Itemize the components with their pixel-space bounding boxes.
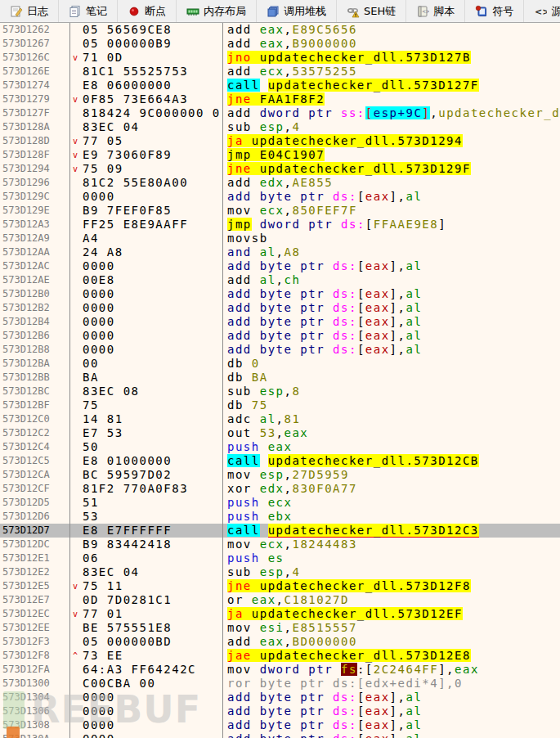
table-row[interactable]: 573D1274E8 06000000call updatechecker_dl… bbox=[0, 79, 560, 92]
table-row[interactable]: 573D12C014 81adc al,81 bbox=[0, 412, 560, 426]
address-cell: 573D12B8 bbox=[0, 343, 70, 357]
table-row[interactable]: 573D130A0000add byte ptr ds:[eax],al bbox=[0, 732, 560, 738]
table-row[interactable]: 573D12F8^73 EEjae updatechecker_dll.573D… bbox=[0, 649, 560, 663]
table-row[interactable]: 573D13040000add byte ptr ds:[eax],al bbox=[0, 691, 560, 704]
bytes-cell: 81C1 55525753 bbox=[70, 65, 223, 79]
table-row[interactable]: 573D12A3FF25 E8E9AAFFjmp dword ptr ds:[F… bbox=[0, 218, 560, 232]
table-row[interactable]: 573D12E5v75 11jne updatechecker_dll.573D… bbox=[0, 579, 560, 593]
bytes-cell: E8 01000000 bbox=[70, 454, 223, 468]
tab-call-stack[interactable]: 调用堆栈 bbox=[257, 0, 337, 22]
bytes-cell: 05 000000B9 bbox=[70, 37, 223, 51]
table-row[interactable]: 573D12C2E7 53out 53,eax bbox=[0, 426, 560, 440]
table-row[interactable]: 573D126205 56569CE8add eax,E89C5656 bbox=[0, 23, 560, 37]
address-cell: 573D12B0 bbox=[0, 287, 70, 301]
table-row[interactable]: 573D12BBBAdb BA bbox=[0, 371, 560, 385]
table-row[interactable]: 573D12E283EC 04sub esp,4 bbox=[0, 565, 560, 579]
address-cell: 573D1296 bbox=[0, 176, 70, 190]
address-cell: 573D12E1 bbox=[0, 551, 70, 565]
tab-seh-chain[interactable]: SEH链 bbox=[337, 0, 406, 22]
table-row[interactable]: 573D12B00000add byte ptr ds:[eax],al bbox=[0, 287, 560, 301]
table-row[interactable]: 573D12FA64:A3 FF64242Cmov dword ptr fs:[… bbox=[0, 663, 560, 677]
table-row[interactable]: 573D12E106push es bbox=[0, 551, 560, 565]
address-cell: 573D12C5 bbox=[0, 454, 70, 468]
tab-label: 源代码 bbox=[551, 4, 560, 19]
log-icon bbox=[10, 5, 23, 18]
table-row[interactable]: 573D12B60000add byte ptr ds:[eax],al bbox=[0, 329, 560, 343]
tab-label: 日志 bbox=[27, 4, 48, 19]
table-row[interactable]: 573D13060000add byte ptr ds:[eax],al bbox=[0, 704, 560, 718]
table-row[interactable]: 573D126Cv71 0Djno updatechecker_dll.573D… bbox=[0, 51, 560, 65]
table-row[interactable]: 573D128Dv77 05ja updatechecker_dll.573D1… bbox=[0, 134, 560, 148]
bytes-cell: 0000 bbox=[70, 315, 223, 329]
disassembly-cell: call updatechecker_dll.573D127F bbox=[223, 79, 560, 92]
tab-breakpoints[interactable]: 断点 bbox=[118, 0, 177, 22]
tab-label: 内存布局 bbox=[204, 4, 246, 19]
table-row[interactable]: 573D12EEBE 575551E8mov esi,E8515557 bbox=[0, 621, 560, 635]
table-row[interactable]: 573D128A83EC 04sub esp,4 bbox=[0, 120, 560, 134]
table-row[interactable]: 573D12BC83EC 08sub esp,8 bbox=[0, 385, 560, 398]
table-row[interactable]: 573D129681C2 55E80A00add edx,AE855 bbox=[0, 176, 560, 190]
table-row[interactable]: 573D12B40000add byte ptr ds:[eax],al bbox=[0, 315, 560, 329]
address-cell: 573D12C4 bbox=[0, 440, 70, 454]
tab-memory-map[interactable]: 内存布局 bbox=[177, 0, 257, 22]
table-row[interactable]: 573D12B20000add byte ptr ds:[eax],al bbox=[0, 301, 560, 315]
table-row[interactable]: 573D12C450push eax bbox=[0, 440, 560, 454]
address-cell: 573D1294 bbox=[0, 162, 70, 176]
table-row[interactable]: 573D12CF81F2 770A0F83xor edx,830F0A77 bbox=[0, 482, 560, 496]
address-cell: 573D129C bbox=[0, 190, 70, 204]
table-row[interactable]: 573D129C0000add byte ptr ds:[eax],al bbox=[0, 190, 560, 204]
table-row[interactable]: 573D12AA24 A8and al,A8 bbox=[0, 245, 560, 259]
address-cell: 573D12CF bbox=[0, 482, 70, 496]
address-cell: 573D12B2 bbox=[0, 301, 70, 315]
table-row[interactable]: 573D127F818424 9C000000 0add dword ptr s… bbox=[0, 106, 560, 120]
address-cell: 573D12D6 bbox=[0, 510, 70, 524]
tab-source[interactable]: <>源代码 bbox=[524, 0, 560, 22]
bytes-cell: B9 7FEF0F85 bbox=[70, 204, 223, 218]
table-row[interactable]: 573D12CABC 59597D02mov esp,27D5959 bbox=[0, 468, 560, 482]
table-row[interactable]: 573D1279v0F85 73E664A3jne FAA1F8F2 bbox=[0, 92, 560, 106]
table-row[interactable]: 573D12DCB9 83442418mov ecx,18244483 bbox=[0, 538, 560, 551]
script-icon: <> bbox=[416, 5, 429, 18]
address-cell: 573D130A bbox=[0, 732, 70, 738]
disassembly-cell: push es bbox=[223, 551, 560, 565]
table-row[interactable]: 573D12C5E8 01000000call updatechecker_dl… bbox=[0, 454, 560, 468]
table-row[interactable]: 573D1294v75 09jne updatechecker_dll.573D… bbox=[0, 162, 560, 176]
table-row-selected[interactable]: 573D12D7E8 E7FFFFFFcall updatechecker_dl… bbox=[0, 524, 560, 538]
tab-log[interactable]: 日志 bbox=[0, 0, 59, 22]
tab-notes[interactable]: 笔记 bbox=[59, 0, 118, 22]
table-row[interactable]: 573D12D551push ecx bbox=[0, 496, 560, 510]
bytes-cell: 0000 bbox=[70, 704, 223, 718]
disassembly-cell: movsb bbox=[223, 232, 560, 245]
tab-script[interactable]: <>脚本 bbox=[406, 0, 465, 22]
address-cell: 573D12CA bbox=[0, 468, 70, 482]
disassembly-cell: add byte ptr ds:[eax],al bbox=[223, 287, 560, 301]
table-row[interactable]: 573D12AC0000add byte ptr ds:[eax],al bbox=[0, 259, 560, 273]
table-row[interactable]: 573D129EB9 7FEF0F85mov ecx,850FEF7F bbox=[0, 204, 560, 218]
table-row[interactable]: 573D128FvE9 73060F89jmp E04C1907 bbox=[0, 148, 560, 162]
table-row[interactable]: 573D1300C00CBA 00ror byte ptr ds:[edx+ed… bbox=[0, 677, 560, 691]
table-row[interactable]: 573D12A9A4movsb bbox=[0, 232, 560, 245]
table-row[interactable]: 573D12BF75db 75 bbox=[0, 398, 560, 412]
bytes-cell: 53 bbox=[70, 510, 223, 524]
table-row[interactable]: 573D13080000add byte ptr ds:[eax],al bbox=[0, 718, 560, 732]
disassembly-cell: mov esp,27D5959 bbox=[223, 468, 560, 482]
bytes-cell: ^73 EE bbox=[70, 649, 223, 663]
table-row[interactable]: 573D12E70D 7D0281C1or eax,C181027D bbox=[0, 593, 560, 607]
tab-symbols[interactable]: 符号 bbox=[465, 0, 524, 22]
table-row[interactable]: 573D12D653push ebx bbox=[0, 510, 560, 524]
table-row[interactable]: 573D12AE00E8add al,ch bbox=[0, 273, 560, 287]
bytes-cell: 818424 9C000000 0 bbox=[70, 106, 223, 120]
bytes-cell: v77 05 bbox=[70, 134, 223, 148]
table-row[interactable]: 573D126E81C1 55525753add ecx,53575255 bbox=[0, 65, 560, 79]
address-cell: 573D128A bbox=[0, 120, 70, 134]
table-row[interactable]: 573D12F305 000000BDadd eax,BD000000 bbox=[0, 635, 560, 649]
bytes-cell: 0D 7D0281C1 bbox=[70, 593, 223, 607]
disassembly-cell: jne updatechecker_dll.573D12F8 bbox=[223, 579, 560, 593]
bytes-cell: 51 bbox=[70, 496, 223, 510]
table-row[interactable]: 573D12BA00db 0 bbox=[0, 357, 560, 371]
bytes-cell: v75 11 bbox=[70, 579, 223, 593]
table-row[interactable]: 573D12ECv77 01ja updatechecker_dll.573D1… bbox=[0, 607, 560, 621]
table-row[interactable]: 573D126705 000000B9add eax,B9000000 bbox=[0, 37, 560, 51]
table-row[interactable]: 573D12B80000add byte ptr ds:[eax],al bbox=[0, 343, 560, 357]
bytes-cell: 05 000000BD bbox=[70, 635, 223, 649]
